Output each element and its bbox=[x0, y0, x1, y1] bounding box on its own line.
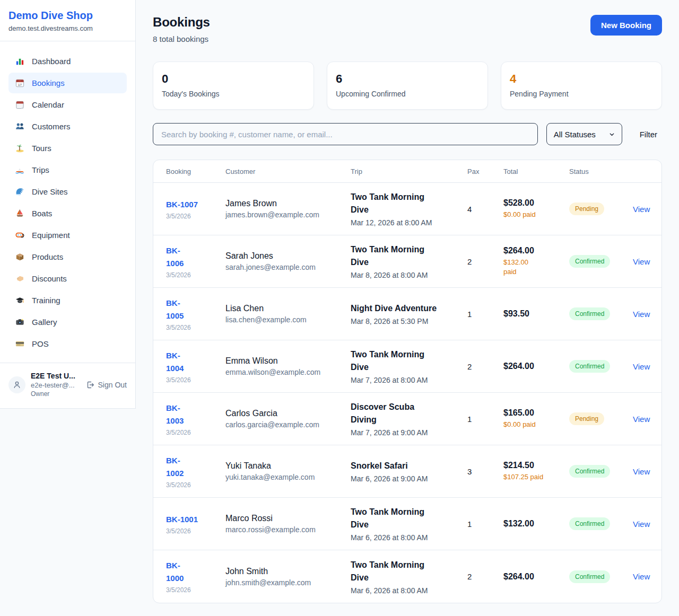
sign-out-label: Sign Out bbox=[98, 381, 127, 389]
pax-count: 1 bbox=[467, 310, 503, 319]
pax-cell: 3 bbox=[467, 467, 503, 476]
table-row: BK- 10053/5/2026Lisa Chenlisa.chen@examp… bbox=[153, 288, 661, 340]
actions-cell: View bbox=[633, 257, 661, 266]
view-link[interactable]: View bbox=[633, 415, 661, 424]
sidebar-item-bookings[interactable]: 17Bookings bbox=[8, 73, 127, 93]
status-cell: Confirmed bbox=[569, 465, 633, 478]
view-link[interactable]: View bbox=[633, 205, 661, 214]
sidebar-item-label: Customers bbox=[32, 122, 71, 131]
sidebar-item-discounts[interactable]: Discounts bbox=[8, 268, 127, 289]
booking-id-link[interactable]: BK- 1005 bbox=[166, 297, 225, 322]
booking-id-link[interactable]: BK- 1002 bbox=[166, 454, 225, 480]
customer-email: emma.wilson@example.com bbox=[225, 368, 351, 376]
booking-id-link[interactable]: BK- 1003 bbox=[166, 402, 225, 427]
sidebar-item-pos[interactable]: POS bbox=[8, 333, 127, 354]
status-badge: Confirmed bbox=[569, 307, 610, 320]
sidebar-item-products[interactable]: Products bbox=[8, 247, 127, 267]
table-row: BK- 10063/5/2026Sarah Jonessarah.jones@e… bbox=[153, 235, 661, 288]
status-select[interactable]: All Statuses bbox=[546, 123, 622, 145]
trip-datetime: Mar 6, 2026 at 9:00 AM bbox=[351, 474, 467, 483]
pax-count: 2 bbox=[467, 257, 503, 266]
stat-value: 0 bbox=[162, 72, 305, 86]
column-header-booking: Booking bbox=[153, 160, 225, 182]
actions-cell: View bbox=[633, 520, 661, 529]
filter-row: All Statuses Filter bbox=[153, 123, 662, 145]
trip-name: Two Tank Morning Dive bbox=[351, 506, 467, 531]
sidebar-item-gallery[interactable]: Gallery bbox=[8, 312, 127, 332]
booking-cell: BK-10073/5/2026 bbox=[153, 198, 225, 220]
sidebar-item-calendar[interactable]: Calendar bbox=[8, 94, 127, 115]
stat-label: Today's Bookings bbox=[162, 90, 305, 98]
sidebar-item-dive-sites[interactable]: Dive Sites bbox=[8, 181, 127, 202]
trip-datetime: Mar 12, 2026 at 8:00 AM bbox=[351, 218, 467, 227]
stats-row: 0Today's Bookings6Upcoming Confirmed4Pen… bbox=[153, 61, 662, 110]
sidebar-item-dashboard[interactable]: Dashboard bbox=[8, 51, 127, 72]
sidebar: Demo Dive Shop demo.test.divestreams.com… bbox=[0, 0, 136, 409]
people-icon bbox=[15, 121, 25, 131]
graduation-cap-icon bbox=[15, 295, 25, 305]
user-meta: E2E Test U... e2e-tester@... Owner bbox=[31, 372, 81, 398]
view-link[interactable]: View bbox=[633, 362, 661, 371]
sidebar-nav: Dashboard17BookingsCalendarCustomersTour… bbox=[0, 41, 135, 363]
pax-count: 4 bbox=[467, 205, 503, 214]
customer-email: lisa.chen@example.com bbox=[225, 315, 351, 324]
view-link[interactable]: View bbox=[633, 572, 661, 581]
trip-cell: Two Tank Morning DiveMar 8, 2026 at 8:00… bbox=[351, 243, 467, 279]
status-select-value: All Statuses bbox=[554, 130, 596, 139]
booking-date: 3/5/2026 bbox=[166, 481, 225, 489]
view-link[interactable]: View bbox=[633, 257, 661, 266]
trip-datetime: Mar 8, 2026 at 5:30 PM bbox=[351, 317, 467, 325]
total-cell: $528.00$0.00 paid bbox=[503, 198, 569, 219]
sidebar-item-trips[interactable]: Trips bbox=[8, 160, 127, 180]
column-header-customer: Customer bbox=[225, 160, 351, 182]
total-cell: $165.00$0.00 paid bbox=[503, 408, 569, 429]
view-link[interactable]: View bbox=[633, 310, 661, 319]
total-amount: $264.00 bbox=[503, 246, 569, 256]
booking-id-link[interactable]: BK-1007 bbox=[166, 198, 225, 211]
package-icon bbox=[15, 252, 25, 262]
pax-count: 1 bbox=[467, 520, 503, 529]
total-cell: $132.00 bbox=[503, 519, 569, 529]
new-booking-button[interactable]: New Booking bbox=[590, 15, 662, 36]
status-cell: Confirmed bbox=[569, 307, 633, 320]
view-link[interactable]: View bbox=[633, 467, 661, 476]
booking-id-link[interactable]: BK- 1006 bbox=[166, 244, 225, 270]
sidebar-item-boats[interactable]: Boats bbox=[8, 203, 127, 224]
customer-name: Sarah Jones bbox=[225, 251, 351, 261]
status-cell: Confirmed bbox=[569, 360, 633, 373]
booking-id-link[interactable]: BK- 1004 bbox=[166, 349, 225, 375]
customer-email: sarah.jones@example.com bbox=[225, 263, 351, 271]
sidebar-item-label: Training bbox=[32, 296, 60, 305]
view-link[interactable]: View bbox=[633, 520, 661, 529]
customer-email: marco.rossi@example.com bbox=[225, 525, 351, 534]
table-row: BK-10073/5/2026James Brownjames.brown@ex… bbox=[153, 183, 661, 235]
status-cell: Pending bbox=[569, 412, 633, 425]
sidebar-item-customers[interactable]: Customers bbox=[8, 116, 127, 137]
sign-out-button[interactable]: Sign Out bbox=[86, 381, 127, 389]
status-cell: Confirmed bbox=[569, 255, 633, 268]
search-input[interactable] bbox=[153, 123, 538, 145]
pax-cell: 1 bbox=[467, 520, 503, 529]
sidebar-item-label: Products bbox=[32, 252, 63, 261]
sidebar-item-equipment[interactable]: Equipment bbox=[8, 225, 127, 245]
pax-count: 2 bbox=[467, 572, 503, 581]
pax-cell: 2 bbox=[467, 362, 503, 371]
trip-cell: Two Tank Morning DiveMar 6, 2026 at 8:00… bbox=[351, 559, 467, 595]
trip-cell: Discover Scuba DivingMar 7, 2026 at 9:00… bbox=[351, 401, 467, 437]
booking-id-link[interactable]: BK-1001 bbox=[166, 513, 225, 526]
booking-date: 3/5/2026 bbox=[166, 376, 225, 384]
avatar bbox=[8, 376, 25, 393]
booking-id-link[interactable]: BK- 1000 bbox=[166, 559, 225, 585]
sidebar-item-tours[interactable]: Tours bbox=[8, 138, 127, 159]
logout-icon bbox=[86, 381, 94, 389]
stat-label: Upcoming Confirmed bbox=[336, 90, 479, 98]
status-badge: Confirmed bbox=[569, 517, 610, 530]
booking-cell: BK- 10033/5/2026 bbox=[153, 402, 225, 436]
bookings-table: BookingCustomerTripPaxTotalStatus BK-100… bbox=[153, 160, 662, 603]
booking-date: 3/5/2026 bbox=[166, 429, 225, 436]
total-amount: $214.50 bbox=[503, 461, 569, 470]
table-row: BK- 10043/5/2026Emma Wilsonemma.wilson@e… bbox=[153, 340, 661, 393]
customer-cell: Marco Rossimarco.rossi@example.com bbox=[225, 514, 351, 534]
filter-button[interactable]: Filter bbox=[635, 126, 662, 143]
sidebar-item-training[interactable]: Training bbox=[8, 290, 127, 311]
